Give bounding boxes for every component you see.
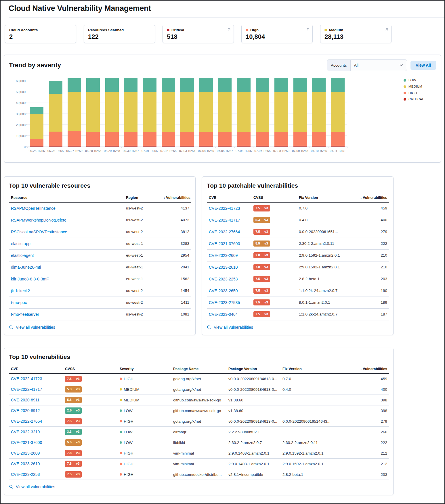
chart-segment-medium[interactable]	[312, 92, 326, 132]
cve-link[interactable]: CVE-2022-41723	[209, 206, 240, 211]
chart-segment-medium[interactable]	[237, 92, 251, 132]
chart-segment-critical[interactable]	[143, 146, 156, 147]
chart-segment-high[interactable]	[49, 132, 62, 146]
chart-segment-medium[interactable]	[68, 92, 81, 131]
chart-segment-low[interactable]	[218, 78, 232, 92]
chart-segment-high[interactable]	[68, 131, 81, 146]
chart-segment-low[interactable]	[143, 78, 156, 92]
resource-link[interactable]: RSCiscoLaaSPOVTestInstance	[11, 230, 67, 234]
column-header-cvss[interactable]: CVSS	[63, 365, 118, 374]
resource-link[interactable]: elastic-agent	[11, 253, 34, 258]
view-all-button[interactable]: View All	[410, 61, 436, 70]
column-header-resource[interactable]: Resource	[9, 193, 124, 202]
chart-segment-medium[interactable]	[105, 92, 119, 132]
chart-segment-medium[interactable]	[49, 94, 62, 132]
cve-link[interactable]: CVE-2021-37600	[209, 241, 240, 246]
chart-segment-critical[interactable]	[180, 146, 194, 147]
chart-segment-high[interactable]	[312, 132, 326, 146]
cve-link[interactable]: CVE-2022-3219	[11, 430, 40, 434]
chart-segment-low[interactable]	[293, 78, 307, 92]
view-all-vulnerabilities-link[interactable]: View all vulnerabilities	[9, 325, 55, 330]
chart-segment-critical[interactable]	[274, 146, 288, 147]
chart-segment-medium[interactable]	[293, 92, 307, 132]
cve-link[interactable]: CVE-2023-2253	[11, 472, 40, 477]
column-header-package-name[interactable]: Package Name	[171, 365, 226, 374]
cve-link[interactable]: CVE-2022-41717	[209, 218, 240, 222]
chart-segment-medium[interactable]	[30, 114, 43, 139]
column-header-vulnerabilities[interactable]: ↓Vulnerabilities	[352, 365, 389, 374]
legend-item[interactable]: CRITICAL	[404, 97, 424, 101]
chart-segment-high[interactable]	[30, 139, 43, 146]
column-header-vulnerabilities[interactable]: ↓Vulnerabilities	[161, 193, 191, 202]
chart-segment-critical[interactable]	[30, 146, 43, 147]
stat-card[interactable]: Critical 518	[163, 25, 234, 43]
cve-link[interactable]: CVE-2023-27535	[209, 300, 240, 305]
cve-link[interactable]: CVE-2023-2650	[209, 288, 238, 293]
chart-segment-high[interactable]	[331, 132, 345, 146]
chart-segment-high[interactable]	[105, 132, 119, 146]
stat-card[interactable]: Medium 28,113	[320, 25, 391, 43]
chart-segment-medium[interactable]	[143, 92, 156, 132]
chart-segment-high[interactable]	[162, 132, 175, 146]
column-header-severity[interactable]: Severity	[118, 365, 171, 374]
view-all-vulnerabilities-link[interactable]: View all vulnerabilities	[9, 484, 55, 489]
cve-link[interactable]: CVE-2020-8911	[11, 398, 39, 402]
chart-segment-medium[interactable]	[331, 92, 345, 132]
cve-link[interactable]: CVE-2020-8912	[11, 408, 40, 413]
chart-segment-critical[interactable]	[124, 146, 137, 147]
chart-segment-critical[interactable]	[162, 146, 175, 147]
cve-link[interactable]: CVE-2023-2610	[209, 265, 238, 270]
chart-segment-high[interactable]	[274, 132, 288, 146]
cve-link[interactable]: CVE-2022-27664	[11, 419, 42, 424]
chart-segment-critical[interactable]	[256, 146, 269, 147]
column-header-package-version[interactable]: Package Version	[226, 365, 280, 374]
column-header-fix-version[interactable]: Fix Version	[280, 365, 352, 374]
cve-link[interactable]: CVE-2022-41717	[11, 387, 42, 392]
resource-link[interactable]: RSAPMOpenTelInstance	[11, 206, 56, 211]
chart-segment-medium[interactable]	[256, 92, 269, 132]
resource-link[interactable]: dima-June26-mti	[11, 265, 41, 270]
chart-segment-low[interactable]	[312, 78, 326, 92]
cve-link[interactable]: CVE-2022-27664	[209, 230, 240, 234]
chart-segment-low[interactable]	[49, 81, 62, 93]
chart-segment-high[interactable]	[199, 132, 213, 146]
chart-segment-critical[interactable]	[293, 146, 307, 147]
chart-segment-critical[interactable]	[105, 146, 119, 147]
column-header-cve[interactable]: CVE	[9, 365, 63, 374]
chart-segment-low[interactable]	[68, 78, 81, 92]
chart-segment-critical[interactable]	[68, 146, 81, 147]
resource-link[interactable]: kfir-June8-8-8-0-3mF	[11, 277, 49, 281]
chart-segment-low[interactable]	[124, 78, 137, 92]
chart-segment-low[interactable]	[199, 78, 213, 92]
chart-segment-high[interactable]	[143, 132, 156, 146]
chart-segment-medium[interactable]	[180, 92, 194, 132]
chart-segment-low[interactable]	[331, 78, 345, 92]
resource-link[interactable]: t-mo-poc	[11, 300, 27, 305]
legend-item[interactable]: HIGH	[404, 91, 424, 95]
chart-segment-low[interactable]	[86, 78, 100, 92]
column-header-cvss[interactable]: CVSS	[251, 193, 297, 202]
chart-segment-critical[interactable]	[199, 146, 213, 147]
chart-segment-medium[interactable]	[162, 92, 175, 132]
accounts-select[interactable]: Accounts All	[327, 59, 407, 71]
chart-segment-low[interactable]	[162, 78, 175, 92]
chart-segment-low[interactable]	[30, 107, 43, 114]
column-header-fix-version[interactable]: Fix Version	[297, 193, 356, 202]
cve-link[interactable]: CVE-2023-2610	[11, 461, 40, 466]
chart-segment-high[interactable]	[256, 132, 269, 146]
chart-segment-low[interactable]	[274, 78, 288, 92]
cve-link[interactable]: CVE-2021-37600	[11, 440, 42, 445]
chart-segment-high[interactable]	[124, 132, 137, 146]
resource-link[interactable]: jk-1ckeck2	[11, 288, 30, 293]
chart-segment-low[interactable]	[256, 78, 269, 92]
chart-segment-critical[interactable]	[331, 146, 345, 147]
chart-segment-medium[interactable]	[218, 92, 232, 132]
chart-segment-low[interactable]	[237, 78, 251, 92]
resource-link[interactable]: elastic-app	[11, 241, 30, 246]
cve-link[interactable]: CVE-2023-0464	[209, 312, 238, 317]
chart-segment-medium[interactable]	[86, 92, 100, 132]
chart-segment-low[interactable]	[105, 78, 119, 92]
chart-segment-high[interactable]	[293, 132, 307, 146]
resource-link[interactable]: t-mo-fleetserver	[11, 312, 39, 317]
column-header-cve[interactable]: CVE	[207, 193, 251, 202]
